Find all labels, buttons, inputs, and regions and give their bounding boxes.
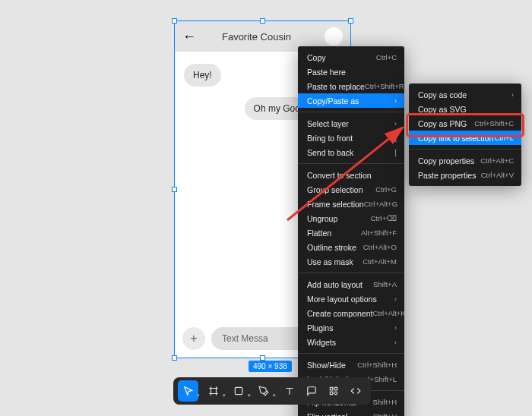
shape-tool-button[interactable] [229, 380, 249, 402]
context-menu-item-label: Copy/Paste as [307, 96, 359, 106]
context-menu-item[interactable]: Frame selectionCtrl+Alt+G [298, 197, 404, 211]
context-menu-item-label: Flatten [307, 228, 331, 238]
resize-handle-ml[interactable] [172, 187, 177, 192]
shortcut-label: Ctrl+G [375, 185, 397, 194]
context-menu-item-label: Create component [307, 309, 372, 318]
context-menu-item[interactable]: Show/HideCtrl+Shift+H [298, 358, 404, 372]
context-menu-item-label: Widgets [307, 338, 336, 347]
move-tool-button[interactable] [178, 380, 198, 402]
context-menu-item-label: Flip vertical [307, 412, 347, 417]
resize-handle-tl[interactable] [172, 18, 177, 24]
shortcut-label: Ctrl+C [376, 53, 397, 61]
submenu-item-label: Copy link to selection [418, 134, 493, 143]
chevron-down-icon[interactable]: ▾ [248, 392, 251, 405]
svg-rect-1 [235, 387, 242, 394]
submenu-item-label: Copy properties [418, 156, 474, 165]
submenu-item[interactable]: Copy propertiesCtrl+Alt+C [409, 153, 521, 168]
submenu-item[interactable]: Copy as code› [409, 87, 521, 102]
context-menu-item[interactable]: Send to back[ [298, 145, 404, 159]
svg-rect-2 [330, 387, 333, 389]
context-menu-item-label: Send to back [307, 148, 353, 157]
submenu-item[interactable]: Copy as SVG [409, 102, 521, 116]
dev-mode-button[interactable] [346, 380, 366, 402]
resize-handle-mb[interactable] [260, 355, 265, 361]
context-menu-item[interactable]: Group selectionCtrl+G [298, 182, 404, 197]
context-menu-item-label: Use as mask [307, 257, 353, 266]
context-menu-item-label: Add auto layout [307, 280, 363, 289]
context-menu-item-label: Plugins [307, 323, 333, 332]
context-menu-item[interactable]: Use as maskCtrl+Alt+M [298, 254, 404, 269]
context-menu-item[interactable]: Create componentCtrl+Alt+K [298, 306, 404, 320]
context-menu-item-label: Bring to front [307, 134, 353, 143]
context-menu-item-label: Show/Hide [307, 361, 346, 370]
context-menu-item[interactable]: Outline strokeCtrl+Alt+O [298, 240, 404, 254]
shortcut-label: Shift+V [373, 412, 397, 416]
shortcut-label: Ctrl+Alt+C [480, 156, 514, 165]
context-menu-item[interactable]: Plugins› [298, 320, 404, 335]
resize-handle-bl[interactable] [172, 355, 177, 361]
chevron-right-icon: › [394, 97, 397, 105]
context-menu-item-label: Select layer [307, 119, 349, 128]
submenu-item[interactable]: Copy as PNGCtrl+Shift+C [409, 116, 521, 131]
context-menu-item[interactable]: Flip verticalShift+V [298, 409, 404, 416]
pen-tool-button[interactable] [254, 380, 274, 402]
context-menu-item-label: Paste here [307, 68, 346, 77]
context-submenu[interactable]: Copy as code›Copy as SVGCopy as PNGCtrl+… [409, 84, 521, 186]
chevron-down-icon[interactable]: ▾ [197, 392, 200, 405]
submenu-item[interactable]: Paste propertiesCtrl+Alt+V [409, 168, 521, 182]
shortcut-label: Ctrl+Shift+R [365, 82, 404, 90]
context-menu-separator [298, 273, 404, 273]
shortcut-label: Ctrl+⌫ [371, 214, 397, 222]
shortcut-label: Ctrl+Alt+O [363, 243, 397, 251]
submenu-item-label: Copy as SVG [418, 105, 467, 114]
text-tool-button[interactable] [279, 380, 299, 402]
context-menu-separator [298, 353, 404, 354]
comment-tool-button[interactable] [301, 380, 321, 402]
context-menu-item[interactable]: Bring to front] [298, 131, 404, 145]
svg-rect-3 [334, 387, 337, 389]
chevron-down-icon[interactable]: ▾ [223, 392, 226, 405]
shortcut-label: Alt+Shift+F [361, 228, 397, 237]
toolbar: ▾ ▾ ▾ ▾ [173, 377, 371, 405]
context-menu-item[interactable]: Select layer› [298, 116, 404, 131]
chevron-down-icon[interactable]: ▾ [273, 392, 276, 405]
context-menu-item[interactable]: Widgets› [298, 335, 404, 349]
context-menu-item[interactable]: Add auto layoutShift+A [298, 277, 404, 292]
context-menu-separator [298, 112, 404, 112]
submenu-item-label: Copy as code [418, 90, 467, 99]
submenu-item[interactable]: Copy link to selectionCtrl+L [409, 131, 521, 145]
context-menu-separator [298, 163, 404, 164]
svg-point-5 [334, 392, 337, 395]
resize-handle-mt[interactable] [260, 18, 265, 24]
context-menu-item[interactable]: CopyCtrl+C [298, 50, 404, 65]
context-menu-item-label: Frame selection [307, 200, 364, 209]
context-menu-item[interactable]: FlattenAlt+Shift+F [298, 225, 404, 240]
submenu-item-label: Copy as PNG [418, 119, 467, 128]
svg-rect-4 [330, 392, 333, 395]
context-menu-item[interactable]: Copy/Paste as› [298, 93, 404, 108]
context-menu-item[interactable]: Paste to replaceCtrl+Shift+R [298, 79, 404, 93]
context-menu-item-label: Ungroup [307, 214, 337, 223]
context-menu-item-label: Convert to section [307, 171, 372, 180]
chevron-right-icon: › [394, 120, 397, 128]
context-menu-item[interactable]: Paste here [298, 65, 404, 79]
chevron-right-icon: › [511, 91, 514, 99]
shortcut-label: Ctrl+Alt+M [363, 257, 397, 266]
shortcut-label: Ctrl+Shift+H [357, 361, 397, 369]
shortcut-label: Ctrl+Alt+K [372, 309, 405, 317]
context-menu-item-label: More layout options [307, 295, 377, 304]
actions-tool-button[interactable] [324, 380, 344, 402]
context-menu[interactable]: CopyCtrl+CPaste herePaste to replaceCtrl… [298, 46, 404, 416]
shortcut-label: ] [394, 134, 397, 142]
resize-handle-tr[interactable] [348, 18, 353, 24]
context-menu-item[interactable]: Convert to section [298, 168, 404, 182]
context-menu-item[interactable]: UngroupCtrl+⌫ [298, 211, 404, 225]
shortcut-label: Shift+A [373, 280, 397, 288]
context-menu-item[interactable]: More layout options› [298, 292, 404, 306]
selection-size-badge: 490 × 938 [249, 361, 292, 372]
chevron-right-icon: › [394, 324, 397, 332]
frame-tool-button[interactable] [203, 380, 223, 402]
context-menu-item-label: Paste to replace [307, 82, 365, 91]
context-menu-item-label: Outline stroke [307, 243, 356, 252]
shortcut-label: [ [394, 148, 397, 156]
